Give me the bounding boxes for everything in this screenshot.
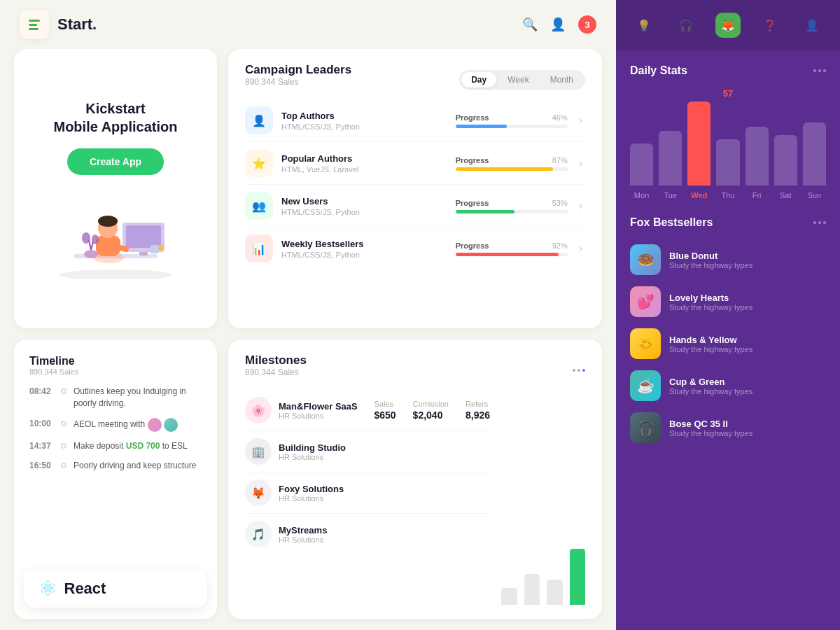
daily-stats-chart: 57 Mon Tue Wed Thu Fri Sat Sun [630, 88, 826, 200]
milestone-row: 🎵 MyStreams HR Solutions [245, 514, 490, 554]
milestone-icon: 🏢 [245, 438, 272, 465]
svg-point-0 [59, 270, 172, 279]
row-chevron-icon[interactable]: › [576, 154, 585, 172]
bestseller-item: 🍩 Blue Donut Study the highway types [630, 239, 826, 281]
bestseller-thumb: 🎧 [630, 412, 661, 443]
bestseller-item: ☕ Cup & Green Study the highway types [630, 365, 826, 407]
bestseller-info: Hands & Yellow Study the highway types [669, 335, 826, 354]
timeline-item: 08:42 Outlines keep you Indulging in poo… [29, 386, 202, 410]
tab-day[interactable]: Day [461, 72, 496, 88]
campaign-row-info: Popular Authors HTML, VueJS, Laravel [281, 153, 447, 174]
sidebar-icon-bulb[interactable]: 💡 [631, 13, 657, 38]
daily-stats-header: Daily Stats [630, 64, 826, 77]
bar-thu [716, 139, 739, 186]
bestsellers-menu[interactable] [813, 221, 826, 224]
header-left: Start. [20, 10, 97, 39]
milestone-stats: Sales $650 Comission $2,040 Refers 8,926 [374, 400, 490, 421]
campaign-progress: Progress 92% [456, 241, 568, 256]
bestsellers-title: Fox Bestsellers [630, 216, 713, 229]
create-app-button[interactable]: Create App [67, 148, 164, 175]
timeline-item: 16:50 Poorly driving and keep structure [29, 460, 202, 472]
header-right: 🔍 👤 3 [522, 15, 596, 34]
campaign-row: 👤 Top Authors HTML/CSS/JS, Python Progre… [245, 99, 585, 142]
milestone-icon: 🌸 [245, 397, 272, 424]
progress-bar-fill [456, 125, 507, 128]
tab-week[interactable]: Week [498, 72, 538, 88]
svg-point-14 [92, 234, 99, 244]
milestones-chart [501, 390, 585, 605]
bestseller-thumb: 🍩 [630, 244, 661, 275]
milestones-menu[interactable] [573, 369, 585, 372]
bar-fri [746, 127, 769, 186]
tab-month[interactable]: Month [540, 72, 583, 88]
logo-box [20, 10, 49, 39]
sidebar-icon-question[interactable]: ❓ [757, 13, 783, 38]
react-icon: ⚛ [38, 576, 57, 601]
timeline-card: Timeline 890,344 Sales 08:42 Outlines ke… [14, 340, 217, 619]
campaign-title: Campaign Leaders [245, 63, 351, 77]
user-icon[interactable]: 👤 [550, 17, 566, 32]
milestone-info: Building Studio HR Solutions [279, 442, 490, 461]
kickstart-illustration [52, 195, 178, 279]
milestone-icon: 🎵 [245, 521, 272, 547]
bestsellers-header: Fox Bestsellers [630, 216, 826, 229]
brand-name: Start. [57, 15, 97, 34]
timeline-subtitle: 890,344 Sales [29, 368, 202, 376]
milestones-card: Milestones 890,344 Sales 🌸 Man&Flower Sa… [228, 340, 602, 619]
progress-bar-fill [456, 167, 553, 171]
bar-sun [803, 122, 826, 186]
milestones-title: Milestones [245, 354, 307, 368]
milestone-row: 🦊 Foxy Solutions HR Solutions [245, 472, 490, 514]
chart-bars [630, 102, 826, 186]
right-sidebar: 💡 🎧 🦊 ❓ 👤 Daily Stats 57 Mon [616, 0, 840, 630]
campaign-row-info: Top Authors HTML/CSS/JS, Python [281, 111, 447, 131]
bar-item-active [570, 549, 586, 605]
daily-stats-title: Daily Stats [630, 64, 687, 77]
svg-point-10 [84, 250, 98, 258]
campaign-row-info: Weekly Bestsellers HTML/CSS/JS, Python [281, 239, 447, 259]
timeline-title: Timeline [29, 355, 202, 368]
campaign-row: 👥 New Users HTML/CSS/JS, Python Progress… [245, 185, 585, 227]
bar-sat [774, 135, 797, 186]
svg-rect-4 [139, 252, 148, 255]
notification-badge[interactable]: 3 [578, 15, 596, 34]
bar-item [501, 588, 517, 605]
bar-tue [659, 131, 682, 186]
campaign-row-icon: 👤 [245, 106, 273, 134]
bestseller-thumb: 🤝 [630, 328, 661, 359]
bestseller-item: 💕 Lovely Hearts Study the highway types [630, 281, 826, 323]
milestones-list: 🌸 Man&Flower SaaS HR Solutions Sales $65… [245, 390, 490, 605]
milestone-info: Man&Flower SaaS HR Solutions [279, 401, 367, 420]
progress-bar-fill [456, 253, 559, 256]
search-icon[interactable]: 🔍 [522, 17, 538, 32]
progress-bar-fill [456, 210, 515, 214]
peak-value: 57 [630, 88, 826, 99]
milestone-info: MyStreams HR Solutions [279, 525, 490, 544]
sidebar-nav: 💡 🎧 🦊 ❓ 👤 [616, 0, 840, 50]
campaign-row-icon: ⭐ [245, 149, 273, 177]
row-chevron-icon[interactable]: › [576, 197, 585, 215]
timeline-item: 10:00 AEOL meeting with [29, 418, 202, 432]
react-label: React [64, 580, 106, 598]
campaign-row: ⭐ Popular Authors HTML, VueJS, Laravel P… [245, 142, 585, 185]
sidebar-icon-headset[interactable]: 🎧 [673, 13, 699, 38]
bar-day-labels: Mon Tue Wed Thu Fri Sat Sun [630, 191, 826, 200]
svg-rect-15 [150, 245, 159, 253]
row-chevron-icon[interactable]: › [576, 111, 585, 130]
content-grid: Kickstart Mobile Application Create App [0, 49, 616, 630]
bestseller-item: 🎧 Bose QC 35 II Study the highway types [630, 407, 826, 449]
milestone-icon: 🦊 [245, 479, 272, 506]
svg-rect-3 [126, 225, 161, 248]
campaign-row: 📊 Weekly Bestsellers HTML/CSS/JS, Python… [245, 227, 585, 270]
header: Start. 🔍 👤 3 [0, 0, 616, 49]
svg-point-16 [158, 245, 164, 251]
react-badge: ⚛ React [24, 569, 207, 608]
bestseller-list: 🍩 Blue Donut Study the highway types 💕 L… [630, 239, 826, 449]
campaign-row-icon: 👥 [245, 192, 273, 220]
milestone-row: 🏢 Building Studio HR Solutions [245, 431, 490, 472]
campaign-row-info: New Users HTML/CSS/JS, Python [281, 196, 447, 216]
daily-stats-menu[interactable] [813, 69, 826, 72]
sidebar-icon-fox[interactable]: 🦊 [715, 13, 741, 38]
sidebar-icon-user[interactable]: 👤 [799, 13, 825, 38]
row-chevron-icon[interactable]: › [576, 239, 585, 258]
